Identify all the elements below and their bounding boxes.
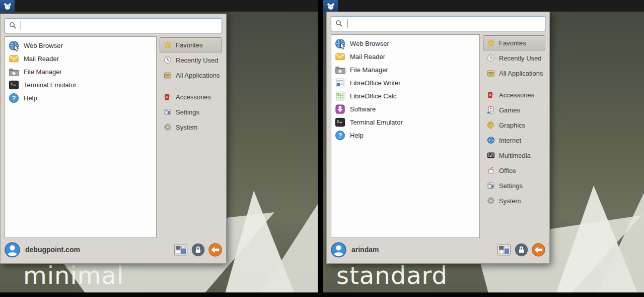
settings-manager-button[interactable] bbox=[497, 244, 511, 256]
app-list: Web BrowserMail ReaderFile ManagerLibreO… bbox=[331, 34, 480, 238]
svg-text:$: $ bbox=[11, 81, 13, 86]
software-icon bbox=[335, 104, 345, 114]
category-label: Multimedia bbox=[499, 152, 531, 159]
menu-body: Web BrowserMail ReaderFile Manager$Termi… bbox=[5, 36, 222, 238]
category-all-applications[interactable]: All Applications bbox=[160, 68, 222, 83]
category-accessories[interactable]: Accessories bbox=[160, 89, 222, 104]
category-label: Accessories bbox=[176, 93, 211, 101]
help-icon: ? bbox=[9, 93, 19, 103]
app-label: Mail Reader bbox=[24, 55, 59, 63]
xfce-logo-icon bbox=[3, 2, 12, 11]
category-settings[interactable]: Settings bbox=[160, 104, 222, 120]
category-separator bbox=[161, 86, 221, 86]
category-separator bbox=[484, 84, 544, 84]
category-label: Recently Used bbox=[499, 54, 542, 62]
top-panel bbox=[323, 0, 644, 12]
app-item-web-browser[interactable]: Web Browser bbox=[6, 39, 155, 52]
category-label: Accessories bbox=[499, 91, 534, 99]
app-item-web-browser[interactable]: Web Browser bbox=[332, 37, 478, 50]
app-item-terminal-emulator[interactable]: $Terminal Emulator bbox=[332, 115, 478, 129]
calc-icon bbox=[335, 91, 345, 101]
knife-icon bbox=[487, 91, 495, 99]
category-label: Favorites bbox=[176, 41, 202, 49]
category-label: All Applications bbox=[176, 72, 220, 79]
category-accessories[interactable]: Accessories bbox=[483, 87, 545, 102]
search-box[interactable] bbox=[5, 18, 222, 33]
search-input[interactable] bbox=[5, 19, 222, 33]
category-recently-used[interactable]: Recently Used bbox=[483, 50, 545, 66]
knife-icon bbox=[164, 93, 172, 101]
category-recently-used[interactable]: Recently Used bbox=[160, 52, 222, 68]
category-multimedia[interactable]: Multimedia bbox=[483, 148, 545, 163]
app-label: Help bbox=[24, 94, 37, 102]
screenshot-standard: Web BrowserMail ReaderFile ManagerLibreO… bbox=[323, 0, 644, 292]
app-item-file-manager[interactable]: File Manager bbox=[332, 63, 478, 76]
app-label: Web Browser bbox=[24, 42, 63, 49]
app-label: Software bbox=[350, 105, 376, 113]
app-label: LibreOffice Calc bbox=[350, 92, 396, 100]
app-item-mail-reader[interactable]: Mail Reader bbox=[6, 52, 155, 65]
app-item-help[interactable]: ?Help bbox=[6, 91, 155, 104]
app-item-file-manager[interactable]: File Manager bbox=[6, 65, 155, 78]
app-label: Mail Reader bbox=[350, 53, 385, 61]
category-system[interactable]: System bbox=[483, 193, 545, 208]
avatar bbox=[331, 242, 346, 258]
category-graphics[interactable]: Graphics bbox=[483, 117, 545, 133]
clock-icon bbox=[487, 54, 495, 62]
folder-home-icon bbox=[9, 67, 19, 77]
app-item-mail-reader[interactable]: Mail Reader bbox=[332, 50, 478, 63]
mail-icon bbox=[9, 53, 19, 64]
search-box[interactable] bbox=[331, 16, 545, 31]
help-icon: ? bbox=[335, 130, 345, 141]
category-label: Graphics bbox=[499, 122, 525, 129]
category-label: Recently Used bbox=[176, 56, 219, 64]
category-label: System bbox=[176, 124, 197, 131]
category-label: Favorites bbox=[499, 39, 526, 47]
category-favorites[interactable]: Favorites bbox=[483, 35, 545, 50]
category-office[interactable]: Office bbox=[483, 163, 545, 178]
app-item-help[interactable]: ?Help bbox=[332, 129, 478, 142]
category-all-applications[interactable]: All Applications bbox=[483, 66, 545, 81]
terminal-icon: $ bbox=[9, 80, 19, 90]
app-item-terminal-emulator[interactable]: $Terminal Emulator bbox=[6, 78, 155, 91]
category-system[interactable]: System bbox=[160, 120, 222, 135]
username: debugpoint.com bbox=[25, 246, 80, 254]
category-favorites[interactable]: Favorites bbox=[160, 37, 222, 52]
app-item-libreoffice-writer[interactable]: LibreOffice Writer bbox=[332, 76, 478, 89]
search-input[interactable] bbox=[331, 17, 545, 31]
whisker-menu: Web BrowserMail ReaderFile Manager$Termi… bbox=[0, 14, 227, 264]
terminal-icon: $ bbox=[335, 117, 345, 128]
whisker-menu: Web BrowserMail ReaderFile ManagerLibreO… bbox=[326, 12, 550, 264]
screenshot-minimal: Web BrowserMail ReaderFile Manager$Termi… bbox=[0, 0, 318, 292]
whisker-menu-button[interactable] bbox=[323, 0, 338, 12]
writer-icon bbox=[335, 78, 345, 88]
avatar bbox=[5, 242, 20, 258]
category-settings[interactable]: Settings bbox=[483, 178, 545, 193]
whisker-menu-button[interactable] bbox=[0, 0, 15, 12]
app-item-software[interactable]: Software bbox=[332, 102, 478, 115]
app-item-libreoffice-calc[interactable]: LibreOffice Calc bbox=[332, 89, 478, 102]
app-label: Terminal Emulator bbox=[24, 81, 77, 89]
gear-icon bbox=[164, 123, 172, 131]
lock-screen-button[interactable] bbox=[191, 243, 205, 257]
svg-text:?: ? bbox=[12, 95, 16, 102]
footer-buttons bbox=[174, 243, 222, 257]
logout-button[interactable] bbox=[532, 243, 545, 257]
drawer-icon bbox=[164, 71, 172, 79]
menu-footer: debugpoint.com bbox=[5, 240, 222, 259]
logout-button[interactable] bbox=[208, 243, 222, 257]
category-games[interactable]: Games bbox=[483, 102, 545, 117]
app-label: Help bbox=[350, 132, 364, 139]
drawer-icon bbox=[487, 69, 495, 77]
folder-home-icon bbox=[335, 65, 345, 75]
category-internet[interactable]: Internet bbox=[483, 133, 545, 148]
settings-icon bbox=[164, 108, 172, 116]
settings-manager-button[interactable] bbox=[174, 244, 188, 256]
office-icon bbox=[487, 166, 495, 174]
variant-caption: minimal bbox=[23, 261, 124, 289]
xfce-logo-icon bbox=[326, 2, 335, 11]
category-label: Internet bbox=[499, 137, 521, 144]
lock-screen-button[interactable] bbox=[515, 243, 528, 257]
footer-buttons bbox=[497, 243, 545, 257]
menu-footer: arindam bbox=[331, 240, 545, 259]
